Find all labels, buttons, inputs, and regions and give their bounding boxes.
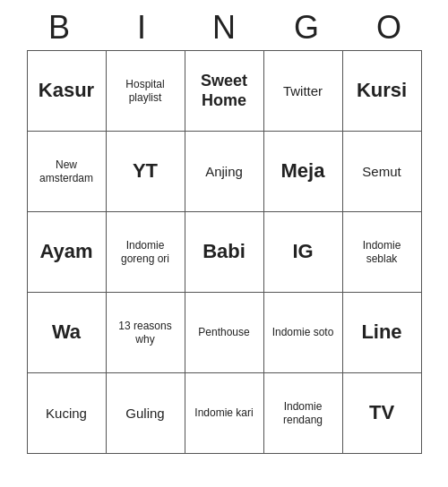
bingo-cell-20: Kucing xyxy=(28,373,107,454)
bingo-cell-22: Indomie kari xyxy=(185,373,264,454)
bingo-cell-1: Hospital playlist xyxy=(107,51,185,132)
bingo-cell-9: Semut xyxy=(343,132,422,212)
bingo-cell-19: Line xyxy=(343,293,422,373)
bingo-cell-24: TV xyxy=(343,373,422,454)
bingo-cell-5: New amsterdam xyxy=(28,132,107,212)
bingo-cell-7: Anjing xyxy=(185,132,264,212)
bingo-cell-12: Babi xyxy=(185,212,264,293)
bingo-cell-17: Penthouse xyxy=(185,293,264,373)
bingo-cell-4: Kursi xyxy=(343,51,422,132)
bingo-cell-11: Indomie goreng ori xyxy=(107,212,185,293)
bingo-cell-8: Meja xyxy=(264,132,343,212)
bingo-cell-14: Indomie seblak xyxy=(343,212,422,293)
header-i: I xyxy=(102,9,181,47)
bingo-grid: KasurHospital playlistSweet HomeTwitterK… xyxy=(27,50,422,454)
bingo-cell-18: Indomie soto xyxy=(264,293,343,373)
header-g: G xyxy=(267,9,346,47)
bingo-cell-23: Indomie rendang xyxy=(264,373,343,454)
bingo-cell-13: IG xyxy=(264,212,343,293)
bingo-cell-21: Guling xyxy=(107,373,185,454)
bingo-cell-2: Sweet Home xyxy=(185,51,264,132)
bingo-cell-16: 13 reasons why xyxy=(107,293,185,373)
header-b: B xyxy=(20,9,99,47)
header-o: O xyxy=(349,9,428,47)
header-n: N xyxy=(185,9,263,47)
bingo-cell-0: Kasur xyxy=(28,51,107,132)
bingo-cell-3: Twitter xyxy=(264,51,343,132)
bingo-cell-15: Wa xyxy=(28,293,107,373)
bingo-cell-10: Ayam xyxy=(28,212,107,293)
bingo-header: B I N G O xyxy=(18,9,430,47)
bingo-cell-6: YT xyxy=(107,132,185,212)
